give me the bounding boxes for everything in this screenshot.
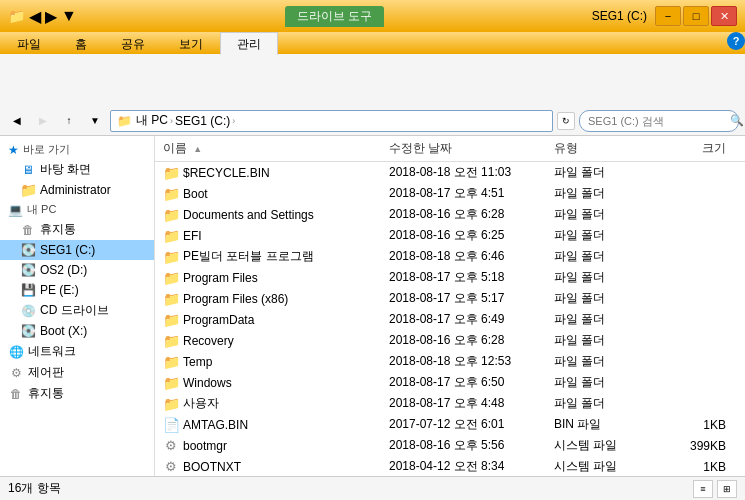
folder-icon: 📁	[163, 207, 180, 223]
folder-icon: 📁	[20, 182, 36, 198]
search-input[interactable]	[588, 115, 726, 127]
file-size	[650, 235, 730, 237]
sidebar-item-os2[interactable]: 💽 OS2 (D:)	[0, 260, 154, 280]
table-row[interactable]: 📁 ProgramData 2018-08-17 오후 6:49 파일 폴더	[155, 309, 745, 330]
tab-view[interactable]: 보기	[162, 32, 220, 54]
item-count: 16개 항목	[8, 480, 61, 497]
quick-access-icon[interactable]: ◀	[29, 7, 41, 26]
sidebar-label: Administrator	[40, 183, 111, 197]
sidebar-label: 휴지통	[28, 385, 64, 402]
path-chevron: ›	[170, 116, 173, 126]
file-date: 2017-07-12 오전 6:01	[385, 415, 550, 434]
back-button[interactable]: ◀	[6, 110, 28, 132]
folder-icon: 📁	[163, 186, 180, 202]
table-row[interactable]: 📁 PE빌더 포터블 프로그램 2018-08-18 오후 6:46 파일 폴더	[155, 246, 745, 267]
file-size	[650, 361, 730, 363]
sidebar-item-recycle1[interactable]: 🗑 휴지통	[0, 219, 154, 240]
file-name: ⚙ bootmgr	[155, 437, 385, 455]
app-icon: 📁	[8, 8, 25, 24]
quick-access-icon3[interactable]: ▼	[61, 7, 77, 25]
table-row[interactable]: 📁 EFI 2018-08-16 오후 6:25 파일 폴더	[155, 225, 745, 246]
table-row[interactable]: 📁 Boot 2018-08-17 오후 4:51 파일 폴더	[155, 183, 745, 204]
file-icon: 📄	[163, 417, 180, 433]
file-type: 파일 폴더	[550, 352, 650, 371]
star-icon: ★	[8, 143, 19, 157]
details-view-button[interactable]: ≡	[693, 480, 713, 498]
sidebar-item-cd[interactable]: 💿 CD 드라이브	[0, 300, 154, 321]
file-date: 2018-08-17 오후 6:49	[385, 310, 550, 329]
sidebar-item-control-panel[interactable]: ⚙ 제어판	[0, 362, 154, 383]
table-row[interactable]: 📁 Program Files (x86) 2018-08-17 오후 5:17…	[155, 288, 745, 309]
file-size	[650, 319, 730, 321]
help-button[interactable]: ?	[727, 32, 745, 50]
sidebar-item-seg1[interactable]: 💽 SEG1 (C:)	[0, 240, 154, 260]
ribbon-tabs: 파일 홈 공유 보기 관리 ?	[0, 32, 745, 54]
file-type: 파일 폴더	[550, 289, 650, 308]
table-row[interactable]: 📄 AMTAG.BIN 2017-07-12 오전 6:01 BIN 파일 1K…	[155, 414, 745, 435]
path-segment-drive[interactable]: SEG1 (C:)	[175, 114, 230, 128]
cd-icon: 💿	[20, 303, 36, 319]
forward-button[interactable]: ▶	[32, 110, 54, 132]
table-row[interactable]: 📁 Windows 2018-08-17 오후 6:50 파일 폴더	[155, 372, 745, 393]
maximize-button[interactable]: □	[683, 6, 709, 26]
file-rows-container: 📁 $RECYCLE.BIN 2018-08-18 오전 11:03 파일 폴더…	[155, 162, 745, 476]
column-date-header[interactable]: 수정한 날짜	[385, 138, 550, 159]
file-date: 2018-08-18 오후 12:53	[385, 352, 550, 371]
file-size	[650, 403, 730, 405]
table-row[interactable]: ⚙ BOOTNXT 2018-04-12 오전 8:34 시스템 파일 1KB	[155, 456, 745, 476]
file-size	[650, 382, 730, 384]
ribbon-content	[0, 54, 745, 106]
sidebar-item-pe[interactable]: 💾 PE (E:)	[0, 280, 154, 300]
up-button[interactable]: ↑	[58, 110, 80, 132]
column-size-header[interactable]: 크기	[650, 138, 730, 159]
table-row[interactable]: 📁 $RECYCLE.BIN 2018-08-18 오전 11:03 파일 폴더	[155, 162, 745, 183]
view-controls: ≡ ⊞	[693, 480, 737, 498]
address-bar: ◀ ▶ ↑ ▼ 📁 내 PC › SEG1 (C:) › ↻ 🔍	[0, 106, 745, 136]
tab-home[interactable]: 홈	[58, 32, 104, 54]
file-name: 📁 Boot	[155, 185, 385, 203]
folder-icon: 📁	[163, 249, 180, 265]
file-name: 📄 AMTAG.BIN	[155, 416, 385, 434]
column-name-header[interactable]: 이름 ▲	[155, 138, 385, 159]
column-type-header[interactable]: 유형	[550, 138, 650, 159]
close-button[interactable]: ✕	[711, 6, 737, 26]
path-chevron2: ›	[232, 116, 235, 126]
main-layout: ★ 바로 가기 🖥 바탕 화면 📁 Administrator 💻 내 PC 🗑…	[0, 136, 745, 476]
address-path[interactable]: 📁 내 PC › SEG1 (C:) ›	[110, 110, 553, 132]
recent-locations-button[interactable]: ▼	[84, 110, 106, 132]
table-row[interactable]: 📁 Recovery 2018-08-16 오후 6:28 파일 폴더	[155, 330, 745, 351]
table-row[interactable]: 📁 Temp 2018-08-18 오후 12:53 파일 폴더	[155, 351, 745, 372]
file-name: 📁 Recovery	[155, 332, 385, 350]
sidebar-item-network[interactable]: 🌐 네트워크	[0, 341, 154, 362]
drive-tools-tab[interactable]: 드라이브 도구	[285, 6, 384, 27]
tab-file[interactable]: 파일	[0, 32, 58, 54]
sidebar-item-administrator[interactable]: 📁 Administrator	[0, 180, 154, 200]
file-name: 📁 Windows	[155, 374, 385, 392]
sidebar-item-desktop[interactable]: 🖥 바탕 화면	[0, 159, 154, 180]
minimize-button[interactable]: −	[655, 6, 681, 26]
tab-manage[interactable]: 관리	[220, 32, 278, 55]
sidebar-item-boot[interactable]: 💽 Boot (X:)	[0, 321, 154, 341]
folder-icon: 📁	[163, 354, 180, 370]
large-icon-view-button[interactable]: ⊞	[717, 480, 737, 498]
title-right: SEG1 (C:) − □ ✕	[592, 6, 737, 26]
path-segment-pc[interactable]: 내 PC	[136, 112, 168, 129]
table-row[interactable]: 📁 사용자 2018-08-17 오후 4:48 파일 폴더	[155, 393, 745, 414]
table-row[interactable]: ⚙ bootmgr 2018-08-16 오후 5:56 시스템 파일 399K…	[155, 435, 745, 456]
tab-share[interactable]: 공유	[104, 32, 162, 54]
folder-icon: 📁	[163, 333, 180, 349]
file-date: 2018-08-16 오후 6:25	[385, 226, 550, 245]
sidebar-section-quick-access[interactable]: ★ 바로 가기	[0, 140, 154, 159]
sidebar-item-recycle2[interactable]: 🗑 휴지통	[0, 383, 154, 404]
table-row[interactable]: 📁 Documents and Settings 2018-08-16 오후 6…	[155, 204, 745, 225]
folder-icon: 📁	[163, 165, 180, 181]
quick-access-icon2[interactable]: ▶	[45, 7, 57, 26]
status-bar: 16개 항목 ≡ ⊞	[0, 476, 745, 500]
file-type: 파일 폴더	[550, 331, 650, 350]
file-name: 📁 Temp	[155, 353, 385, 371]
search-box[interactable]: 🔍	[579, 110, 739, 132]
refresh-button[interactable]: ↻	[557, 112, 575, 130]
file-size	[650, 298, 730, 300]
sidebar-section-mypc[interactable]: 💻 내 PC	[0, 200, 154, 219]
table-row[interactable]: 📁 Program Files 2018-08-17 오후 5:18 파일 폴더	[155, 267, 745, 288]
